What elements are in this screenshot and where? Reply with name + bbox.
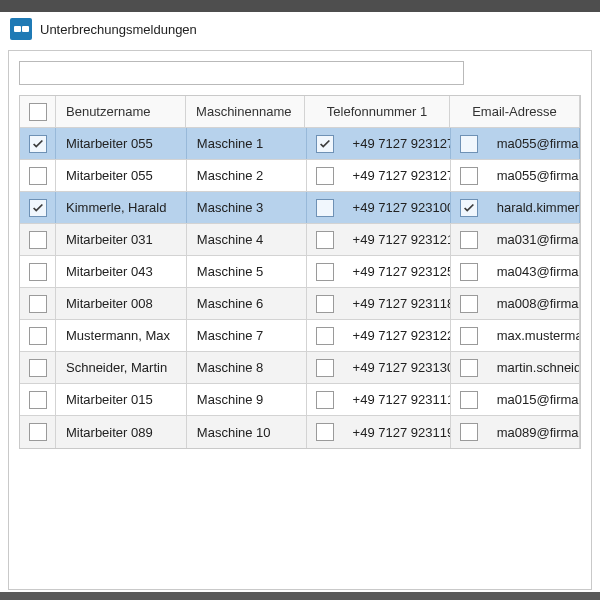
machine-text: Maschine 9: [197, 392, 263, 407]
email-text: ma015@firma.de: [487, 392, 579, 407]
main-panel: Benutzername Maschinenname Telefonnummer…: [8, 50, 592, 590]
user-text: Mitarbeiter 031: [66, 232, 153, 247]
column-header-user[interactable]: Benutzername: [56, 96, 186, 127]
row-select-checkbox[interactable]: [29, 391, 47, 409]
machine-text: Maschine 3: [197, 200, 263, 215]
cell-machine: Maschine 10: [187, 416, 307, 448]
phone-checkbox[interactable]: [316, 359, 334, 377]
table-row[interactable]: Mitarbeiter 031Maschine 4+49 7127 923121…: [20, 224, 580, 256]
row-select-checkbox[interactable]: [29, 359, 47, 377]
phone-text: +49 7127 923118: [343, 296, 450, 311]
row-check-cell: [20, 128, 56, 159]
email-checkbox[interactable]: [460, 327, 478, 345]
phone-checkbox[interactable]: [316, 423, 334, 441]
table-row[interactable]: Mustermann, MaxMaschine 7+49 7127 923122…: [20, 320, 580, 352]
user-text: Kimmerle, Harald: [66, 200, 166, 215]
phone-checkbox[interactable]: [316, 231, 334, 249]
cell-user: Schneider, Martin: [56, 352, 187, 383]
table-row[interactable]: Mitarbeiter 055Maschine 1+49 7127 923127…: [20, 128, 580, 160]
phone-checkbox[interactable]: [316, 263, 334, 281]
data-grid: Benutzername Maschinenname Telefonnummer…: [19, 95, 581, 449]
cell-user: Mitarbeiter 043: [56, 256, 187, 287]
phone-text: +49 7127 923125: [343, 264, 450, 279]
window-statusbar: [0, 592, 600, 600]
column-header-machine[interactable]: Maschinenname: [186, 96, 305, 127]
cell-machine: Maschine 9: [187, 384, 307, 415]
cell-machine: Maschine 1: [187, 128, 307, 159]
row-select-checkbox[interactable]: [29, 295, 47, 313]
cell-machine: Maschine 4: [187, 224, 307, 255]
row-select-checkbox[interactable]: [29, 167, 47, 185]
table-row[interactable]: Mitarbeiter 015Maschine 9+49 7127 923111…: [20, 384, 580, 416]
row-select-checkbox[interactable]: [29, 263, 47, 281]
user-text: Mitarbeiter 008: [66, 296, 153, 311]
table-row[interactable]: Mitarbeiter 089Maschine 10+49 7127 92311…: [20, 416, 580, 448]
row-select-checkbox[interactable]: [29, 231, 47, 249]
email-checkbox[interactable]: [460, 135, 478, 153]
user-text: Mitarbeiter 043: [66, 264, 153, 279]
email-checkbox[interactable]: [460, 231, 478, 249]
phone-checkbox[interactable]: [316, 199, 334, 217]
cell-email: ma031@firma.de: [451, 224, 580, 255]
cell-email: ma008@firma.de: [451, 288, 580, 319]
phone-checkbox[interactable]: [316, 327, 334, 345]
page-title: Unterbrechungsmeldungen: [40, 22, 197, 37]
row-select-checkbox[interactable]: [29, 135, 47, 153]
column-header-phone[interactable]: Telefonnummer 1: [305, 96, 450, 127]
email-checkbox[interactable]: [460, 423, 478, 441]
app-header: Unterbrechungsmeldungen: [0, 12, 600, 50]
email-text: ma008@firma.de: [487, 296, 579, 311]
phone-checkbox[interactable]: [316, 135, 334, 153]
row-select-checkbox[interactable]: [29, 199, 47, 217]
phone-checkbox[interactable]: [316, 295, 334, 313]
machine-text: Maschine 5: [197, 264, 263, 279]
row-check-cell: [20, 192, 56, 223]
grid-header-row: Benutzername Maschinenname Telefonnummer…: [20, 96, 580, 128]
search-input[interactable]: [19, 61, 464, 85]
machine-text: Maschine 10: [197, 425, 271, 440]
phone-checkbox[interactable]: [316, 391, 334, 409]
table-row[interactable]: Schneider, MartinMaschine 8+49 7127 9231…: [20, 352, 580, 384]
table-row[interactable]: Kimmerle, HaraldMaschine 3+49 7127 92310…: [20, 192, 580, 224]
cell-user: Mitarbeiter 055: [56, 128, 187, 159]
cell-machine: Maschine 7: [187, 320, 307, 351]
cell-email: ma015@firma.de: [451, 384, 580, 415]
phone-text: +49 7127 923100: [343, 200, 450, 215]
table-row[interactable]: Mitarbeiter 043Maschine 5+49 7127 923125…: [20, 256, 580, 288]
email-checkbox[interactable]: [460, 295, 478, 313]
phone-text: +49 7127 923119: [343, 425, 450, 440]
email-checkbox[interactable]: [460, 199, 478, 217]
cell-email: ma043@firma.de: [451, 256, 580, 287]
cell-user: Mitarbeiter 015: [56, 384, 187, 415]
phone-text: +49 7127 923121: [343, 232, 450, 247]
email-checkbox[interactable]: [460, 263, 478, 281]
cell-user: Mitarbeiter 008: [56, 288, 187, 319]
cell-machine: Maschine 8: [187, 352, 307, 383]
machine-text: Maschine 7: [197, 328, 263, 343]
email-checkbox[interactable]: [460, 167, 478, 185]
window-titlebar: [0, 0, 600, 12]
user-text: Mitarbeiter 055: [66, 136, 153, 151]
cell-machine: Maschine 6: [187, 288, 307, 319]
table-row[interactable]: Mitarbeiter 008Maschine 6+49 7127 923118…: [20, 288, 580, 320]
row-select-checkbox[interactable]: [29, 327, 47, 345]
cell-user: Kimmerle, Harald: [56, 192, 187, 223]
phone-checkbox[interactable]: [316, 167, 334, 185]
table-row[interactable]: Mitarbeiter 055Maschine 2+49 7127 923127…: [20, 160, 580, 192]
email-checkbox[interactable]: [460, 359, 478, 377]
column-header-email[interactable]: Email-Adresse: [450, 96, 580, 127]
row-select-checkbox[interactable]: [29, 423, 47, 441]
cell-phone: +49 7127 923121: [307, 224, 451, 255]
cell-phone: +49 7127 923119: [307, 416, 451, 448]
cell-user: Mitarbeiter 089: [56, 416, 187, 448]
row-check-cell: [20, 160, 56, 191]
cell-email: ma055@firma.de: [451, 160, 580, 191]
email-text: ma031@firma.de: [487, 232, 579, 247]
select-all-checkbox[interactable]: [29, 103, 47, 121]
cell-machine: Maschine 3: [187, 192, 307, 223]
email-checkbox[interactable]: [460, 391, 478, 409]
phone-text: +49 7127 923122: [343, 328, 450, 343]
row-check-cell: [20, 224, 56, 255]
cell-machine: Maschine 5: [187, 256, 307, 287]
phone-text: +49 7127 923127: [343, 168, 450, 183]
